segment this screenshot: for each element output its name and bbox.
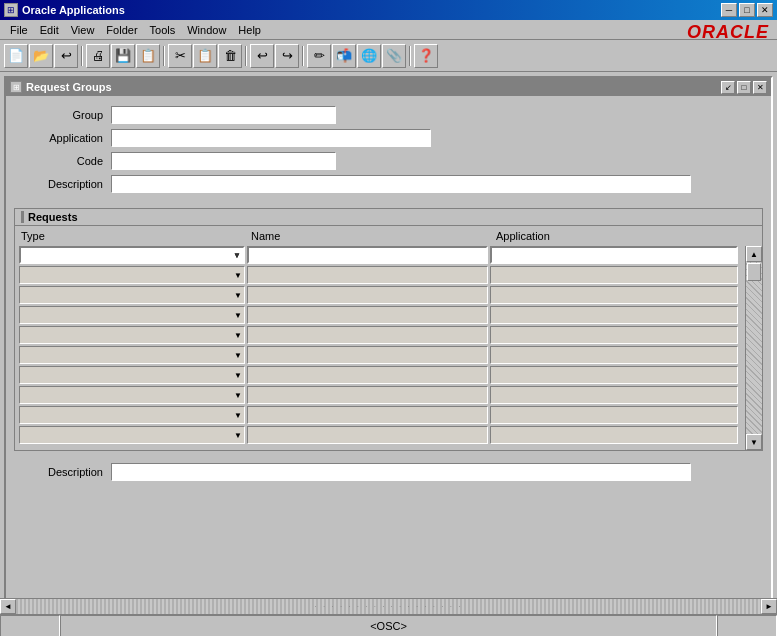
maximize-button[interactable]: □	[739, 3, 755, 17]
form-row-group: Group	[26, 106, 751, 124]
toolbar-btn-edit[interactable]: ✏	[307, 44, 331, 68]
toolbar-btn-delete[interactable]: 🗑	[218, 44, 242, 68]
table-row: ▼	[19, 426, 758, 444]
col-header-application: Application	[494, 228, 758, 244]
toolbar-btn-undo[interactable]: ↩	[250, 44, 274, 68]
menu-folder[interactable]: Folder	[100, 22, 143, 38]
panel-maximize-button[interactable]: □	[737, 81, 751, 94]
table-row: ▼	[19, 326, 758, 344]
toolbar-btn-paste[interactable]: 📋	[193, 44, 217, 68]
status-text: <OSC>	[370, 620, 407, 632]
row-name-cell[interactable]	[247, 426, 488, 444]
hscroll-right-button[interactable]: ►	[761, 599, 777, 614]
row-name-cell[interactable]	[247, 346, 488, 364]
row1-name-cell[interactable]	[247, 246, 488, 264]
group-input[interactable]	[111, 106, 336, 124]
code-label: Code	[26, 155, 111, 167]
toolbar-btn-cut[interactable]: ✂	[168, 44, 192, 68]
close-button[interactable]: ✕	[757, 3, 773, 17]
col-header-type: Type	[19, 228, 249, 244]
row-name-cell[interactable]	[247, 406, 488, 424]
row-application-cell[interactable]	[490, 346, 738, 364]
group-label: Group	[26, 109, 111, 121]
hscroll-track: · · · · · · · · · · · · · · · · · ·	[16, 599, 761, 614]
row-application-cell[interactable]	[490, 306, 738, 324]
row-type-cell[interactable]: ▼	[19, 326, 245, 344]
row-type-cell[interactable]: ▼	[19, 426, 245, 444]
menu-bar: File Edit View Folder Tools Window Help …	[0, 20, 777, 40]
row-type-cell[interactable]: ▼	[19, 306, 245, 324]
row-application-cell[interactable]	[490, 426, 738, 444]
application-label: Application	[26, 132, 111, 144]
hscroll-left-button[interactable]: ◄	[0, 599, 16, 614]
toolbar-btn-help[interactable]: ❓	[414, 44, 438, 68]
toolbar-btn-web[interactable]: 🌐	[357, 44, 381, 68]
row-type-cell[interactable]: ▼	[19, 346, 245, 364]
row-type-cell[interactable]: ▼	[19, 366, 245, 384]
menu-view[interactable]: View	[65, 22, 101, 38]
table-rows-container: ▼ ▼ ▼ ▼ ▼ ▼ ▼	[19, 266, 758, 444]
vertical-scrollbar[interactable]: ▲ ▼	[745, 246, 762, 450]
toolbar-sep-1	[81, 46, 83, 66]
dropdown-arrow: ▼	[234, 331, 242, 340]
toolbar-btn-print[interactable]: 🖨	[86, 44, 110, 68]
table-row: ▼	[19, 286, 758, 304]
dropdown-arrow: ▼	[234, 291, 242, 300]
row1-type-cell[interactable]: ▼	[19, 246, 245, 264]
row-application-cell[interactable]	[490, 366, 738, 384]
table-row: ▼	[19, 366, 758, 384]
panel-restore-button[interactable]: ↙	[721, 81, 735, 94]
dropdown-arrow: ▼	[233, 251, 241, 260]
row-application-cell[interactable]	[490, 286, 738, 304]
toolbar-btn-copy[interactable]: 📋	[136, 44, 160, 68]
col-header-name: Name	[249, 228, 494, 244]
minimize-button[interactable]: ─	[721, 3, 737, 17]
row-name-cell[interactable]	[247, 266, 488, 284]
application-input[interactable]	[111, 129, 431, 147]
scroll-up-button[interactable]: ▲	[746, 246, 762, 262]
row-name-cell[interactable]	[247, 326, 488, 344]
menu-tools[interactable]: Tools	[144, 22, 182, 38]
toolbar-sep-2	[163, 46, 165, 66]
row-type-cell[interactable]: ▼	[19, 286, 245, 304]
toolbar-btn-open[interactable]: 📂	[29, 44, 53, 68]
row-type-cell[interactable]: ▼	[19, 406, 245, 424]
main-area: ⊞ Request Groups ↙ □ ✕ Group Application…	[4, 76, 773, 612]
scroll-down-button[interactable]: ▼	[746, 434, 762, 450]
menu-edit[interactable]: Edit	[34, 22, 65, 38]
toolbar-btn-attach[interactable]: 📎	[382, 44, 406, 68]
dropdown-arrow: ▼	[234, 391, 242, 400]
code-input[interactable]	[111, 152, 336, 170]
row-application-cell[interactable]	[490, 406, 738, 424]
row-application-cell[interactable]	[490, 326, 738, 344]
panel-title: Request Groups	[26, 81, 112, 93]
app-icon: ⊞	[4, 3, 18, 17]
status-bar: <OSC>	[0, 614, 777, 636]
requests-section: Requests Type Name Application ▲	[14, 208, 763, 451]
menu-file[interactable]: File	[4, 22, 34, 38]
menu-help[interactable]: Help	[232, 22, 267, 38]
hscroll-dots: · · · · · · · · · · · · · · · · · ·	[315, 602, 463, 611]
row-type-cell[interactable]: ▼	[19, 266, 245, 284]
description-input[interactable]	[111, 175, 691, 193]
status-panels: <OSC>	[0, 615, 777, 636]
row1-application-cell[interactable]	[490, 246, 738, 264]
row-name-cell[interactable]	[247, 286, 488, 304]
panel-close-button[interactable]: ✕	[753, 81, 767, 94]
row-type-cell[interactable]: ▼	[19, 386, 245, 404]
row-application-cell[interactable]	[490, 266, 738, 284]
toolbar-btn-new[interactable]: 📄	[4, 44, 28, 68]
scroll-thumb[interactable]	[747, 263, 761, 281]
toolbar-btn-save[interactable]: 💾	[111, 44, 135, 68]
toolbar-btn-mail[interactable]: 📬	[332, 44, 356, 68]
row-name-cell[interactable]	[247, 386, 488, 404]
row-name-cell[interactable]	[247, 366, 488, 384]
toolbar-btn-refresh[interactable]: ↩	[54, 44, 78, 68]
toolbar-btn-redo[interactable]: ↪	[275, 44, 299, 68]
menu-window[interactable]: Window	[181, 22, 232, 38]
row-name-cell[interactable]	[247, 306, 488, 324]
row-application-cell[interactable]	[490, 386, 738, 404]
oracle-logo: ORACLE	[687, 22, 769, 43]
title-bar: ⊞ Oracle Applications ─ □ ✕	[0, 0, 777, 20]
bottom-description-input[interactable]	[111, 463, 691, 481]
